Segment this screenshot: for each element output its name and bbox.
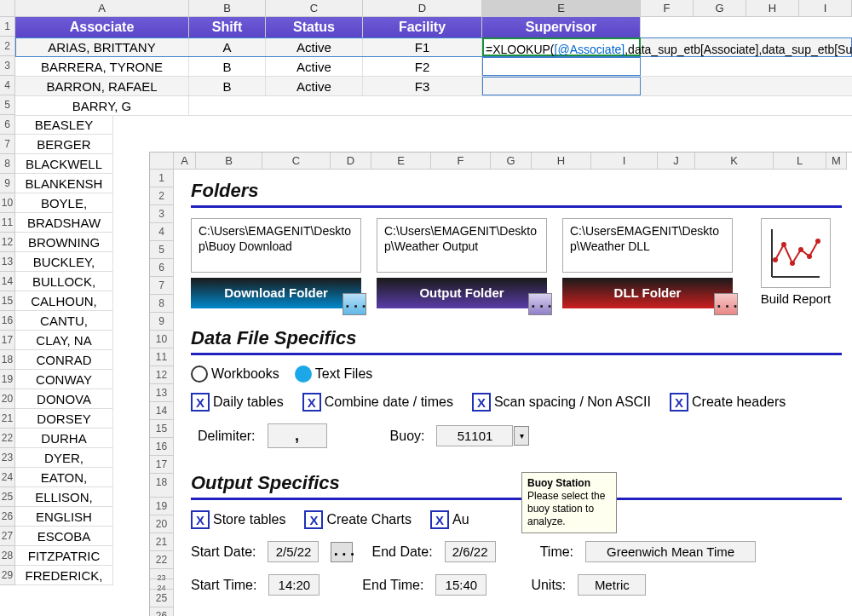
- row-header[interactable]: 27: [0, 527, 15, 546]
- ov-row-header[interactable]: 8: [150, 295, 174, 313]
- col-E[interactable]: E: [482, 0, 641, 16]
- end-time-input[interactable]: 15:40: [435, 574, 486, 596]
- ov-row-header[interactable]: 11: [150, 348, 174, 366]
- checkbox-scan-spacing-non-ascii[interactable]: XScan spacing / Non ASCII: [472, 393, 651, 412]
- row-header[interactable]: 12: [0, 233, 15, 252]
- col-I[interactable]: I: [799, 0, 852, 16]
- name-cell[interactable]: BEASLEY: [15, 115, 113, 135]
- ov-col[interactable]: D: [331, 153, 371, 170]
- name-cell[interactable]: DURHA: [15, 429, 113, 448]
- ov-row-header[interactable]: 12: [150, 366, 174, 384]
- ov-row-header[interactable]: 9: [150, 313, 174, 331]
- cell-facility[interactable]: F3: [363, 77, 482, 95]
- cell-associate[interactable]: BARRY, G: [15, 96, 189, 115]
- ov-row-header[interactable]: 7: [150, 277, 174, 295]
- browse-button[interactable]: ...: [343, 293, 366, 315]
- name-cell[interactable]: CALHOUN,: [15, 291, 113, 311]
- name-cell[interactable]: ENGLISH: [15, 507, 113, 527]
- th-facility[interactable]: Facility: [363, 17, 482, 37]
- ov-row-header[interactable]: 13: [150, 384, 174, 402]
- time-zone-input[interactable]: Greenwich Mean Time: [585, 541, 756, 562]
- row-header[interactable]: 15: [0, 291, 15, 311]
- name-cell[interactable]: BLACKWELL: [15, 154, 113, 174]
- ov-row-header[interactable]: 24: [150, 579, 174, 590]
- th-status[interactable]: Status: [266, 17, 363, 37]
- row-header[interactable]: 2: [0, 37, 15, 56]
- cell-associate[interactable]: BARRON, RAFAEL: [15, 77, 189, 95]
- ov-row-header[interactable]: 10: [150, 331, 174, 348]
- cell-shift[interactable]: B: [189, 77, 266, 95]
- browse-button[interactable]: ...: [714, 293, 738, 315]
- ov-col[interactable]: A: [174, 153, 196, 170]
- cell-facility[interactable]: F1: [363, 37, 482, 56]
- name-cell[interactable]: DONOVA: [15, 389, 113, 409]
- row-header[interactable]: 28: [0, 546, 15, 566]
- ov-row-header[interactable]: 21: [150, 533, 174, 551]
- row-header[interactable]: 17: [0, 331, 15, 350]
- name-cell[interactable]: BERGER: [15, 135, 113, 154]
- col-D[interactable]: D: [363, 0, 482, 16]
- cell-status[interactable]: Active: [266, 77, 363, 95]
- col-G[interactable]: G: [694, 0, 746, 16]
- ov-row-header[interactable]: 18: [150, 474, 174, 498]
- th-shift[interactable]: Shift: [189, 17, 266, 37]
- col-F[interactable]: F: [641, 0, 694, 16]
- cell-associate[interactable]: ARIAS, BRITTANY: [15, 37, 189, 56]
- chevron-down-icon[interactable]: ▾: [514, 426, 529, 446]
- checkbox-store-tables[interactable]: XStore tables: [191, 510, 285, 529]
- ov-row-header[interactable]: 4: [150, 223, 174, 241]
- row-header[interactable]: 3: [0, 56, 15, 76]
- ov-col[interactable]: B: [196, 153, 262, 170]
- active-cell[interactable]: =XLOOKUP([@Associate],data_sup_etb[Assoc…: [482, 37, 641, 56]
- row-header[interactable]: 21: [0, 409, 15, 429]
- cell-status[interactable]: Active: [266, 37, 363, 56]
- table-row[interactable]: BARRY, G: [15, 96, 852, 116]
- col-B[interactable]: B: [189, 0, 266, 16]
- row-header[interactable]: 19: [0, 370, 15, 389]
- row-header[interactable]: 13: [0, 252, 15, 272]
- row-header[interactable]: 14: [0, 272, 15, 291]
- name-cell[interactable]: DORSEY: [15, 409, 113, 429]
- checkbox-create-charts[interactable]: XCreate Charts: [304, 510, 412, 529]
- name-cell[interactable]: BROWNING: [15, 233, 113, 252]
- ov-row-header[interactable]: 14: [150, 402, 174, 420]
- table-row[interactable]: ARIAS, BRITTANY A Active F1 =XLOOKUP([@A…: [15, 37, 852, 57]
- row-header[interactable]: 22: [0, 429, 15, 448]
- ov-row-header[interactable]: 15: [150, 420, 174, 438]
- ov-col[interactable]: G: [491, 153, 532, 170]
- ov-col[interactable]: J: [658, 153, 695, 170]
- ov-row-header[interactable]: 6: [150, 259, 174, 277]
- row-header[interactable]: 11: [0, 213, 15, 233]
- cell-shift[interactable]: B: [189, 57, 266, 76]
- workbooks-radio[interactable]: Workbooks: [191, 366, 279, 383]
- name-cell[interactable]: BRADSHAW: [15, 213, 113, 233]
- ov-row-header[interactable]: 20: [150, 515, 174, 533]
- ov-row-header[interactable]: 19: [150, 498, 174, 515]
- start-date-input[interactable]: 2/5/22: [268, 541, 319, 562]
- col-H[interactable]: H: [746, 0, 799, 16]
- cell-associate[interactable]: BARRERA, TYRONE: [15, 57, 189, 76]
- dll-path[interactable]: C:\UsersEMAGENIT\Desktop\Weather DLL: [562, 218, 733, 273]
- cell-status[interactable]: Active: [266, 57, 363, 76]
- ov-col[interactable]: L: [774, 153, 826, 170]
- units-input[interactable]: Metric: [578, 574, 646, 596]
- name-cell[interactable]: ESCOBA: [15, 527, 113, 546]
- name-cell[interactable]: BLANKENSH: [15, 174, 113, 193]
- checkbox-combine-date-times[interactable]: XCombine date / times: [302, 393, 453, 412]
- checkbox-au[interactable]: XAu: [430, 510, 469, 529]
- name-cell[interactable]: BOYLE,: [15, 193, 113, 213]
- name-cell[interactable]: FREDERICK,: [15, 566, 113, 585]
- name-cell[interactable]: CONRAD: [15, 350, 113, 370]
- ov-row-header[interactable]: 22: [150, 551, 174, 569]
- name-cell[interactable]: EATON,: [15, 468, 113, 487]
- row-header[interactable]: 7: [0, 135, 15, 154]
- name-cell[interactable]: BUCKLEY,: [15, 252, 113, 272]
- ov-row-header[interactable]: 2: [150, 187, 174, 205]
- ov-col[interactable]: K: [695, 153, 774, 170]
- row-header[interactable]: 24: [0, 468, 15, 487]
- ov-row-header[interactable]: 3: [150, 205, 174, 223]
- ov-row-header[interactable]: 25: [150, 590, 174, 607]
- ov-row-header[interactable]: 17: [150, 456, 174, 474]
- ov-row-header[interactable]: 23: [150, 569, 174, 579]
- overlay-workbook[interactable]: ABCDEFGHIJKLM 12345678910111213141516171…: [149, 152, 852, 616]
